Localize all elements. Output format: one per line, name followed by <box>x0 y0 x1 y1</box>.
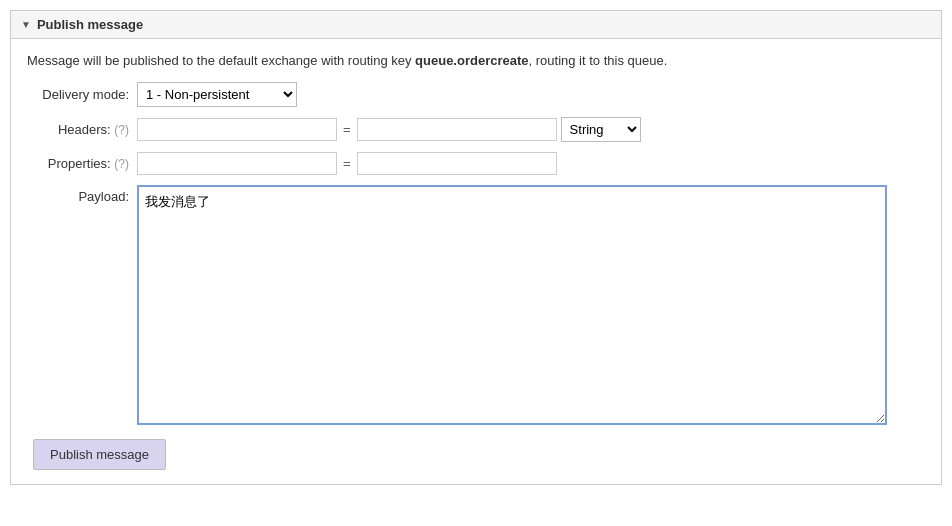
payload-row: Payload: 我发消息了 <box>27 185 925 425</box>
info-before: Message will be published to the default… <box>27 53 415 68</box>
headers-row: Headers: (?) = String Number Boolean <box>27 117 925 142</box>
properties-label: Properties: (?) <box>27 156 137 171</box>
panel-body: Message will be published to the default… <box>11 39 941 484</box>
delivery-mode-label: Delivery mode: <box>27 87 137 102</box>
properties-eq-sign: = <box>341 156 353 171</box>
delivery-mode-select[interactable]: 1 - Non-persistent 2 - Persistent <box>137 82 297 107</box>
headers-key-input[interactable] <box>137 118 337 141</box>
headers-inputs: = String Number Boolean <box>137 117 641 142</box>
payload-label: Payload: <box>27 185 137 204</box>
delivery-mode-row: Delivery mode: 1 - Non-persistent 2 - Pe… <box>27 82 925 107</box>
properties-help: (?) <box>114 157 129 171</box>
headers-type-select[interactable]: String Number Boolean <box>561 117 641 142</box>
routing-key: queue.ordercreate <box>415 53 528 68</box>
properties-value-input[interactable] <box>357 152 557 175</box>
publish-message-button[interactable]: Publish message <box>33 439 166 470</box>
panel-title: Publish message <box>37 17 143 32</box>
publish-message-panel: ▼ Publish message Message will be publis… <box>10 10 942 485</box>
headers-label: Headers: (?) <box>27 122 137 137</box>
info-after: , routing it to this queue. <box>529 53 668 68</box>
panel-header: ▼ Publish message <box>11 11 941 39</box>
headers-value-input[interactable] <box>357 118 557 141</box>
payload-textarea[interactable]: 我发消息了 <box>137 185 887 425</box>
info-text: Message will be published to the default… <box>27 53 925 68</box>
properties-key-input[interactable] <box>137 152 337 175</box>
headers-help: (?) <box>114 123 129 137</box>
properties-row: Properties: (?) = <box>27 152 925 175</box>
button-row: Publish message <box>27 439 925 470</box>
headers-eq-sign: = <box>341 122 353 137</box>
chevron-icon: ▼ <box>21 19 31 30</box>
properties-inputs: = <box>137 152 557 175</box>
